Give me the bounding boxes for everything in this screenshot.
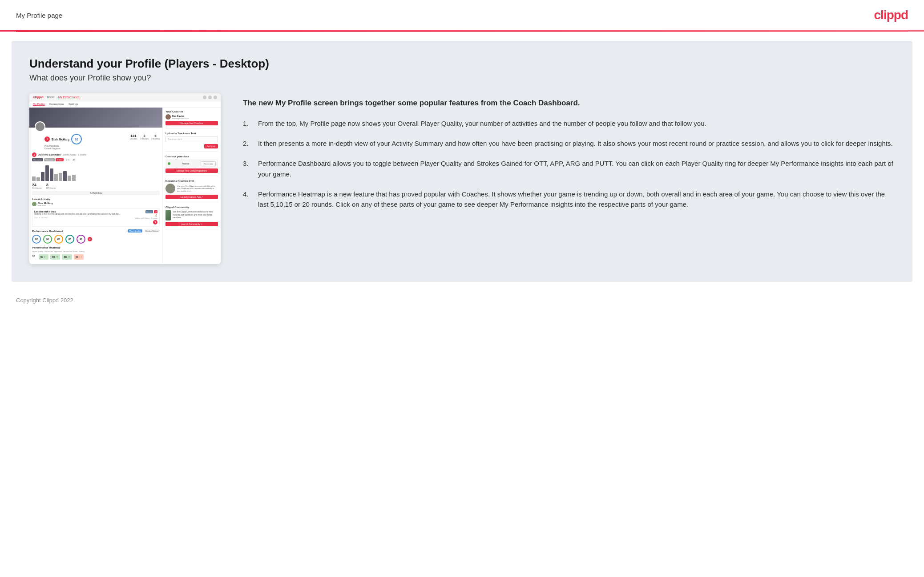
mock-coaches-title: Your Coaches [165, 110, 218, 113]
mock-heatmap-cell-putt: 96 ↑↑ [74, 254, 84, 260]
mock-activities-num: 131 [129, 134, 137, 138]
mock-community-card: Visit the Clippd Community and discover … [165, 210, 218, 220]
mock-manage-integrations-btn[interactable]: Manage Your Data Integrations [165, 168, 218, 173]
divider [16, 32, 908, 32]
mock-left: 1 Blair McHarg 92 Plus Handicap United K… [29, 108, 163, 264]
mock-offcourse-num: 3 [46, 183, 56, 187]
mock-activity-avatar [32, 202, 36, 206]
mock-disconnect-btn[interactable]: Disconnect [201, 161, 216, 166]
mock-badge-1: 1 [44, 136, 50, 142]
footer: Copyright Clippd 2022 [0, 291, 924, 310]
list-num-4: 4. [243, 189, 252, 210]
mock-activity-row: Blair McHarg see more [32, 202, 160, 207]
mock-heatmap-cell-ott: 90 ↑↑ [39, 254, 48, 260]
mock-trackman-input[interactable]: Trackman Link [165, 136, 218, 142]
mock-right-panel: Your Coaches Dan Davies Barnstaple Golf … [163, 108, 221, 264]
mock-drill-btn[interactable]: Launch Capture App ↗ [165, 195, 218, 199]
mock-bar-1 [32, 176, 36, 181]
mock-bar-3 [41, 172, 44, 181]
mock-drill-content: Use one of the Clippd recommended drills… [165, 184, 218, 193]
mock-community-section: Clippd Community Visit the Clippd Commun… [165, 206, 218, 229]
mock-community-text: Visit the Clippd Community and discover … [173, 211, 218, 220]
mock-ring-arg: 86 [65, 235, 74, 244]
mock-following-num: 5 [151, 134, 160, 138]
mock-heatmap-cell-arg: 86 ↑↑ [62, 254, 72, 260]
mock-bar-10 [72, 175, 76, 181]
mock-connect-section: Connect your data Arccos Disconnect Mana… [165, 155, 218, 176]
mock-ring-90: 90 [43, 235, 52, 244]
mock-nav-performance: My Performance [58, 96, 80, 99]
mock-location: United Kingdom [44, 147, 127, 150]
mock-activity-desc: see more [38, 204, 53, 207]
mock-ring-app: 85 [54, 235, 63, 244]
mock-course-stats: 24 On Course 3 Off Course [32, 183, 160, 189]
mock-icon-bell [208, 96, 212, 99]
mock-profile-stats: 1 Blair McHarg 92 Plus Handicap United K… [32, 134, 160, 150]
list-num-3: 3. [243, 158, 252, 179]
mock-icons [203, 96, 217, 99]
mock-pill-all: All [72, 158, 76, 161]
mock-heatmap-row: 92 90 ↑↑ 85 ↑↑ 86 ↑↑ 96 ↑↑ [32, 254, 160, 260]
mock-trackman-btn[interactable]: Add Link [204, 144, 218, 148]
mock-pill-offcourse: Off-course [44, 158, 55, 161]
list-text-2: It then presents a more in-depth view of… [258, 138, 893, 148]
mock-stat-followers: 3 Followers [140, 134, 149, 140]
mock-connect-title: Connect your data [165, 155, 218, 158]
list-text-4: Performance Heatmap is a new feature tha… [258, 189, 895, 210]
mock-manage-coaches-btn[interactable]: Manage Your Coaches [165, 121, 218, 125]
copyright: Copyright Clippd 2022 [16, 297, 73, 304]
mock-perf-rings: 92 90 85 86 96 [32, 235, 160, 244]
mock-oncourse-label: On Course [32, 187, 42, 189]
list-item-4: 4. Performance Heatmap is a new feature … [243, 189, 895, 210]
mock-badge-2: 2 [32, 152, 36, 157]
mock-badge-3: 3 [153, 220, 157, 224]
mock-ring-putt: 96 [77, 235, 85, 244]
mock-drill-avatar [165, 184, 175, 193]
mock-lesson-meta: ☑ 01 h · 30 mins [34, 216, 133, 219]
mock-following-label: Following [151, 138, 160, 140]
list-item-3: 3. Performance Dashboard allows you to t… [243, 158, 895, 179]
mock-nav-home: Home [47, 96, 55, 99]
mock-pill-1y: 1 Yr [65, 158, 70, 161]
mock-bar-7 [59, 173, 62, 181]
mock-subnav-profile: My Profile [33, 103, 45, 106]
mock-perf-title: Performance Dashboard [32, 230, 63, 232]
logo: clippd [874, 8, 908, 22]
mock-drill-title: Record a Practice Drill [165, 180, 218, 182]
mock-heatmap-header: Performance Heatmap [32, 246, 160, 249]
mock-coaches-section: Your Coaches Dan Davies Barnstaple Golf … [165, 110, 218, 128]
mock-community-title: Clippd Community [165, 206, 218, 208]
mock-followers-num: 3 [140, 134, 149, 138]
mock-badge-cat2: off [154, 210, 157, 213]
mock-heatmap-val-pq: 92 [32, 254, 35, 260]
mock-browser-bar: clippd Home My Performance [29, 93, 221, 101]
list-item-2: 2. It then presents a more in-depth view… [243, 138, 895, 148]
mock-coach-avatar [165, 114, 171, 120]
top-bar: My Profile page clippd [0, 0, 924, 32]
mock-quality-ring: 92 [71, 134, 82, 144]
mock-community-btn[interactable]: Launch Community ↗ [165, 222, 218, 226]
mock-heatmap-label-arg: Around the Green [63, 250, 77, 252]
mock-heatmap-label-app: Approach [54, 250, 62, 252]
mock-activity-period: Monthly Activity - 6 Months [63, 154, 87, 156]
mock-lesson-card: Lesson with Fordy Nothing to feel like m… [32, 208, 160, 227]
mock-bar-2 [36, 177, 40, 181]
mock-ring-85: 85 [54, 235, 63, 244]
mock-filter-pills: On-course Off-course 6 Mths 1 Yr All [32, 158, 160, 161]
right-list: 1. From the top, My Profile page now sho… [243, 118, 895, 210]
mock-coach-club: Barnstaple Golf Club [172, 117, 189, 120]
right-panel: The new My Profile screen brings togethe… [243, 93, 895, 219]
mock-bar-4 [45, 165, 49, 181]
mock-ring-86: 86 [65, 235, 74, 244]
list-num-2: 2. [243, 138, 252, 148]
list-text-1: From the top, My Profile page now shows … [258, 118, 706, 128]
mock-lesson-videos: Videos and Videos · 1 image [135, 217, 157, 219]
mock-logo: clippd [33, 95, 44, 99]
mock-drill-section: Record a Practice Drill Use one of the C… [165, 180, 218, 202]
mock-oncourse-num: 24 [32, 183, 42, 187]
mock-trackman-section: Upload a Trackman Test Trackman Link Add… [165, 132, 218, 152]
mock-lesson-text: Nothing to feel like my signals are exci… [34, 213, 133, 216]
mock-subnav: My Profile Connections Settings [29, 101, 221, 108]
mock-offcourse-stat: 3 Off Course [46, 183, 56, 189]
page-subheading: What does your Profile show you? [29, 73, 895, 83]
